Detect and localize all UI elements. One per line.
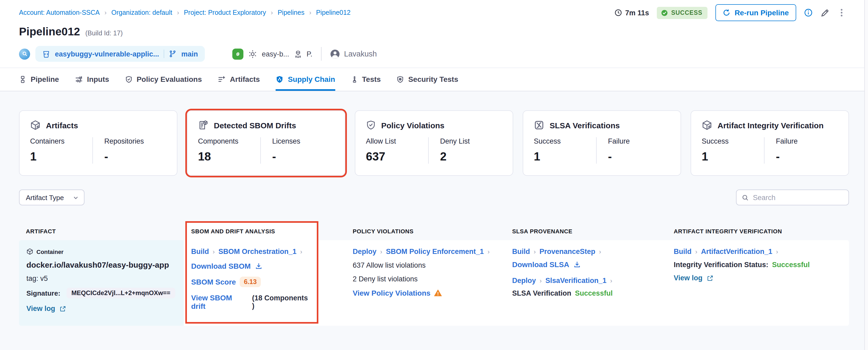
cube-icon — [30, 120, 41, 130]
chevron-right-icon: › — [300, 248, 302, 255]
info-icon[interactable] — [804, 8, 812, 17]
breadcrumb-pipeline012[interactable]: Pipeline012 — [316, 9, 350, 17]
search-input[interactable] — [753, 193, 846, 201]
tab-supply-chain[interactable]: Supply Chain — [276, 68, 335, 91]
external-link-icon — [707, 275, 713, 281]
view-sbom-drift-link[interactable]: View SBOM drift — [191, 293, 248, 310]
stage-link[interactable]: Deploy — [353, 248, 376, 255]
check-circle-icon — [661, 9, 668, 16]
card-slsa-verifications: SLSA Verifications Success 1 Failure - — [523, 110, 681, 176]
supply-chain-shield-icon — [276, 75, 283, 83]
tab-inputs[interactable]: Inputs — [75, 68, 109, 91]
step-link[interactable]: ProvenanceStep — [539, 248, 595, 255]
branch-name-link[interactable]: main — [181, 50, 198, 58]
step-link[interactable]: SBOM Orchestration_1 — [219, 248, 297, 255]
tab-security-tests[interactable]: Security Tests — [397, 68, 458, 91]
build-id: (Build Id: 17) — [85, 30, 123, 37]
tab-policy-evaluations[interactable]: Policy Evaluations — [125, 68, 202, 91]
sbom-step-breadcrumb: Build › SBOM Orchestration_1 › — [191, 248, 302, 255]
refresh-icon — [723, 9, 731, 17]
view-log-link[interactable]: View log — [674, 274, 713, 282]
trigger-name: easy-b... — [262, 50, 289, 58]
stat-aiv-success: Success 1 — [702, 137, 764, 164]
step-link[interactable]: ArtifactVerification_1 — [701, 248, 772, 255]
artifact-type-dropdown[interactable]: Artifact Type — [19, 190, 85, 205]
repo-name-link[interactable]: easybuggy-vulnerable-applic... — [55, 50, 159, 58]
stat-containers: Containers 1 — [30, 137, 92, 164]
search-icon — [742, 194, 749, 201]
top-bar: Account: Automation-SSCA › Organization:… — [0, 0, 868, 25]
stat-deny-list: Deny List 2 — [428, 137, 502, 164]
slsa-icon — [534, 120, 544, 130]
chevron-right-icon: › — [599, 248, 601, 255]
status-badge: SUCCESS — [657, 7, 708, 19]
artifact-cell: Container docker.io/lavakush07/easy-bugg… — [19, 240, 184, 326]
table-header-row: ARTIFACT SBOM AND DRIFT ANALYSIS POLICY … — [19, 222, 849, 240]
integrity-status-value: Successful — [772, 261, 810, 269]
breadcrumb-project[interactable]: Project: Product Exploratory — [184, 9, 266, 17]
artifact-image-name: docker.io/lavakush07/easy-buggy-app — [26, 260, 169, 269]
view-log-link[interactable]: View log — [26, 305, 66, 313]
chevron-right-icon: › — [776, 248, 778, 255]
chevron-down-icon — [73, 194, 79, 200]
slsa-verification-status: Successful — [575, 289, 613, 297]
breadcrumb-account[interactable]: Account: Automation-SSCA — [19, 9, 100, 17]
deny-list-violations-text: 2 Deny list violations — [353, 275, 417, 283]
download-slsa-link[interactable]: Download SLSA — [512, 260, 581, 269]
edit-pencil-icon[interactable] — [820, 8, 830, 17]
shield-check-icon — [125, 75, 132, 83]
chevron-right-icon: › — [534, 248, 536, 255]
chevron-right-icon: › — [488, 248, 490, 255]
download-icon — [574, 261, 581, 268]
stage-link[interactable]: Build — [512, 248, 530, 255]
codebase-icon — [19, 48, 30, 59]
signature-label: Signature: — [26, 289, 60, 297]
stage-link[interactable]: Deploy — [512, 277, 536, 285]
supply-chain-content: Artifacts Containers 1 Repositories - — [0, 91, 868, 350]
step-link[interactable]: SBOM Policy Enforcement_1 — [386, 248, 484, 255]
slsa-verification-label: SLSA Verification — [512, 289, 571, 297]
tab-label: Tests — [362, 75, 381, 84]
card-title: Artifacts — [46, 121, 78, 130]
gear-icon — [248, 50, 257, 58]
download-sbom-link[interactable]: Download SBOM — [191, 262, 262, 270]
vertical-scrollbar[interactable] — [864, 0, 868, 350]
tab-pipeline[interactable]: Pipeline — [19, 68, 59, 91]
card-title: Artifact Integrity Verification — [717, 121, 824, 130]
step-link[interactable]: SlsaVerification_1 — [546, 277, 607, 285]
breadcrumb-pipelines[interactable]: Pipelines — [278, 9, 304, 17]
rerun-pipeline-label: Re-run Pipeline — [735, 8, 789, 17]
drift-components-note: (18 Components ) — [252, 294, 312, 310]
stage-link[interactable]: Build — [674, 248, 692, 255]
executed-by: Lavakush — [330, 49, 377, 59]
pipeline-meta-row: easybuggy-vulnerable-applic... main easy… — [0, 46, 868, 62]
column-header-artifact-integrity-verification: ARTIFACT INTEGRITY VERIFICATION — [672, 228, 849, 234]
breadcrumb-organization[interactable]: Organization: default — [112, 9, 173, 17]
filter-bar: Artifact Type — [19, 190, 849, 205]
run-duration: 7m 11s — [615, 9, 649, 17]
user-name: Lavakush — [344, 50, 377, 58]
integrity-step-breadcrumb: Build › ArtifactVerification_1 › — [674, 248, 778, 255]
view-policy-violations-link[interactable]: View Policy Violations — [353, 289, 431, 297]
top-actions: 7m 11s SUCCESS Re-run Pipeline — [615, 4, 846, 21]
chevron-right-icon: › — [380, 248, 382, 255]
stat-slsa-failure: Failure - — [596, 137, 670, 164]
clock-icon — [615, 9, 622, 17]
tab-label: Pipeline — [31, 75, 59, 84]
repo-pill: easybuggy-vulnerable-applic... main — [35, 46, 205, 62]
artifact-type-label: Artifact Type — [26, 193, 64, 201]
slsa-provenance-cell: Build › ProvenanceStep › Download SLSA D… — [510, 240, 672, 326]
run-duration-text: 7m 11s — [625, 9, 649, 17]
tab-artifacts[interactable]: Artifacts — [218, 68, 260, 91]
kebab-menu-icon[interactable] — [837, 8, 846, 18]
cube-icon — [702, 120, 712, 130]
infrastructure-icon — [294, 50, 302, 58]
rerun-pipeline-button[interactable]: Re-run Pipeline — [716, 4, 796, 21]
stage-link[interactable]: Build — [191, 248, 209, 255]
sbom-score-link[interactable]: SBOM Score — [191, 278, 236, 286]
artifact-table-row: Container docker.io/lavakush07/easy-bugg… — [19, 240, 849, 326]
stat-repositories: Repositories - — [92, 137, 166, 164]
tab-tests[interactable]: Tests — [351, 68, 381, 91]
signature-value: MEQCICde2Vjl...L+2+mqnOXw== — [67, 288, 175, 298]
sbom-drift-cell: Build › SBOM Orchestration_1 › Download … — [187, 240, 317, 326]
